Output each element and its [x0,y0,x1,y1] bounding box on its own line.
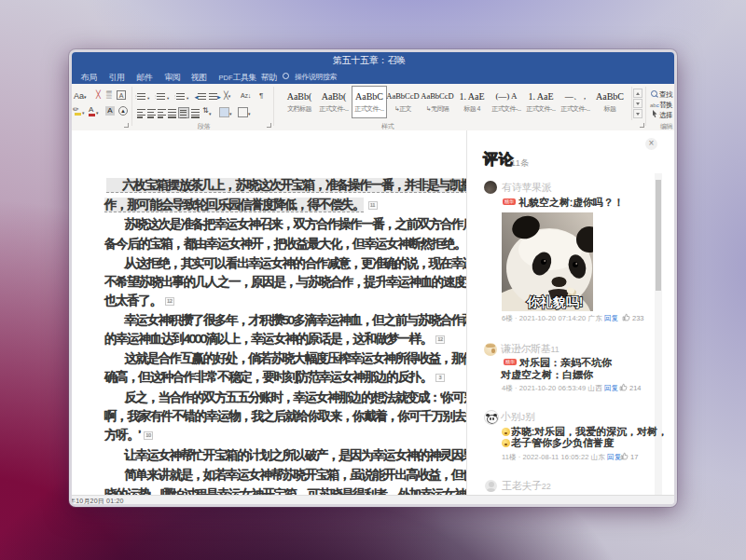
svg-text:你礼貌吗!: 你礼貌吗! [526,294,584,309]
